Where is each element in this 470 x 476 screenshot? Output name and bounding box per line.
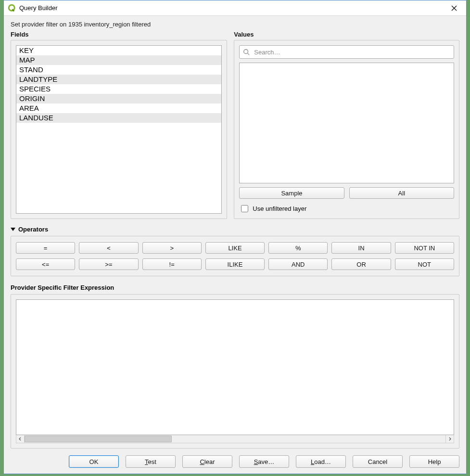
scroll-thumb[interactable] [25, 436, 172, 442]
scroll-track[interactable] [25, 435, 445, 443]
clear-button[interactable]: Clear [182, 455, 232, 468]
op-ilike-button[interactable]: ILIKE [205, 258, 265, 270]
field-item[interactable]: STAND [16, 65, 221, 75]
values-search-input[interactable] [239, 45, 454, 59]
op-ne-button[interactable]: != [142, 258, 202, 270]
values-list[interactable] [239, 63, 454, 183]
fields-panel: Fields KEY MAP STAND LANDTYPE SPECIES OR… [11, 31, 227, 219]
operators-groupbox: = < > LIKE % IN NOT IN <= >= != ILIKE AN… [11, 236, 459, 276]
op-lt-button[interactable]: < [79, 242, 138, 254]
op-le-button[interactable]: <= [16, 258, 75, 270]
op-eq-button[interactable]: = [16, 242, 75, 254]
clear-button-rest: lear [204, 458, 215, 465]
save-button-rest: ave… [258, 458, 274, 465]
titlebar: Query Builder [4, 0, 466, 16]
chevron-down-icon [11, 228, 15, 231]
cancel-button[interactable]: Cancel [353, 455, 403, 468]
search-icon [243, 49, 250, 55]
expression-textarea[interactable] [16, 299, 454, 435]
context-text: Set provider filter on 1935 inventory_re… [11, 21, 459, 28]
fields-label: Fields [11, 31, 227, 38]
unfiltered-checkbox-row[interactable]: Use unfiltered layer [239, 204, 454, 214]
expression-groupbox [11, 294, 459, 449]
expression-label: Provider Specific Filter Expression [11, 284, 459, 291]
dialog-button-row: OK Test Clear Save… Load… Cancel Help [11, 449, 459, 468]
close-icon [451, 5, 457, 11]
window-title: Query Builder [19, 4, 443, 12]
field-item[interactable]: ORIGIN [16, 94, 221, 103]
close-button[interactable] [443, 1, 465, 15]
op-or-button[interactable]: OR [331, 258, 391, 270]
test-button[interactable]: Test [126, 455, 176, 468]
help-button[interactable]: Help [409, 455, 459, 468]
scroll-right-icon[interactable] [445, 435, 454, 443]
expression-hscrollbar[interactable] [16, 435, 454, 443]
field-item[interactable]: MAP [16, 55, 221, 65]
op-notin-button[interactable]: NOT IN [395, 242, 454, 254]
svg-point-2 [244, 50, 248, 54]
op-in-button[interactable]: IN [331, 242, 391, 254]
query-builder-window: Query Builder Set provider filter on 193… [3, 0, 467, 474]
operators-disclosure[interactable]: Operators [11, 226, 459, 233]
op-not-button[interactable]: NOT [395, 258, 454, 270]
unfiltered-checkbox[interactable] [241, 205, 248, 212]
op-gt-button[interactable]: > [142, 242, 202, 254]
svg-line-3 [248, 53, 250, 55]
ok-button[interactable]: OK [69, 455, 119, 468]
fields-list[interactable]: KEY MAP STAND LANDTYPE SPECIES ORIGIN AR… [16, 45, 222, 214]
load-button-rest: oad… [314, 458, 331, 465]
operators-label: Operators [18, 226, 48, 233]
scroll-left-icon[interactable] [16, 435, 25, 443]
unfiltered-checkbox-label: Use unfiltered layer [253, 205, 306, 212]
field-item[interactable]: SPECIES [16, 84, 221, 94]
save-button[interactable]: Save… [239, 455, 289, 468]
fields-groupbox: KEY MAP STAND LANDTYPE SPECIES ORIGIN AR… [11, 40, 227, 219]
values-groupbox: Sample All Use unfiltered layer [234, 40, 459, 219]
field-item[interactable]: AREA [16, 103, 221, 113]
field-item[interactable]: LANDTYPE [16, 75, 221, 84]
field-item[interactable]: LANDUSE [16, 113, 221, 123]
values-label: Values [234, 31, 459, 38]
op-percent-button[interactable]: % [268, 242, 328, 254]
test-button-rest: est [148, 458, 156, 465]
op-ge-button[interactable]: >= [79, 258, 138, 270]
qgis-icon [8, 4, 16, 13]
op-and-button[interactable]: AND [268, 258, 328, 270]
sample-button[interactable]: Sample [239, 187, 344, 199]
op-like-button[interactable]: LIKE [205, 242, 265, 254]
load-button[interactable]: Load… [296, 455, 346, 468]
field-item[interactable]: KEY [16, 46, 221, 55]
values-panel: Values Sample All Use [234, 31, 459, 219]
all-button[interactable]: All [349, 187, 454, 199]
dialog-content: Set provider filter on 1935 inventory_re… [4, 16, 466, 474]
